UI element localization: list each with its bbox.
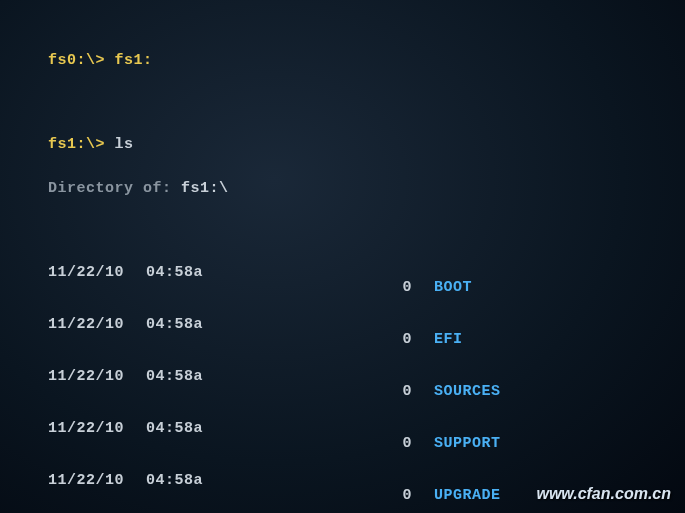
entry-size: 0 <box>278 329 412 351</box>
entry-size: 0 <box>278 277 412 299</box>
list-item: 11/22/1004:58a0SUPPORT <box>48 418 685 470</box>
entry-name: SUPPORT <box>434 433 501 455</box>
entry-type: 0SUPPORT <box>238 418 308 470</box>
entry-type: 0BOOT <box>238 262 308 314</box>
prompt: fs0:\> <box>48 52 105 69</box>
entry-time: 04:58a <box>146 418 238 470</box>
entry-type: 0UPGRADE <box>238 470 308 513</box>
prompt: fs1:\> <box>48 136 105 153</box>
command: fs1: <box>115 52 153 69</box>
entry-size: 0 <box>278 381 412 403</box>
entry-time: 04:58a <box>146 314 238 366</box>
entry-date: 11/22/10 <box>48 470 146 513</box>
file-listing: 11/22/1004:58a0BOOT 11/22/1004:58a0EFI 1… <box>48 262 685 513</box>
cmd-line-2: fs1:\> ls <box>48 134 685 156</box>
list-item: 11/22/1004:58a0BOOT <box>48 262 685 314</box>
entry-date: 11/22/10 <box>48 314 146 366</box>
entry-name: EFI <box>434 329 463 351</box>
list-item: 11/22/1004:58a0EFI <box>48 314 685 366</box>
entry-name: UPGRADE <box>434 485 501 507</box>
directory-header: Directory of: fs1:\ <box>48 178 685 200</box>
entry-name: SOURCES <box>434 381 501 403</box>
command: ls <box>115 136 134 153</box>
entry-size: 0 <box>278 485 412 507</box>
entry-name: BOOT <box>434 277 472 299</box>
watermark: www.cfan.com.cn <box>536 485 671 503</box>
entry-type: 0SOURCES <box>238 366 308 418</box>
entry-date: 11/22/10 <box>48 366 146 418</box>
entry-time: 04:58a <box>146 366 238 418</box>
entry-date: 11/22/10 <box>48 262 146 314</box>
list-item: 11/22/1004:58a0SOURCES <box>48 366 685 418</box>
cmd-line-1: fs0:\> fs1: <box>48 50 685 72</box>
entry-time: 04:58a <box>146 262 238 314</box>
efi-shell-screen: fs0:\> fs1: fs1:\> ls Directory of: fs1:… <box>0 0 685 513</box>
entry-time: 04:58a <box>146 470 238 513</box>
entry-type: 0EFI <box>238 314 308 366</box>
entry-size: 0 <box>278 433 412 455</box>
entry-date: 11/22/10 <box>48 418 146 470</box>
